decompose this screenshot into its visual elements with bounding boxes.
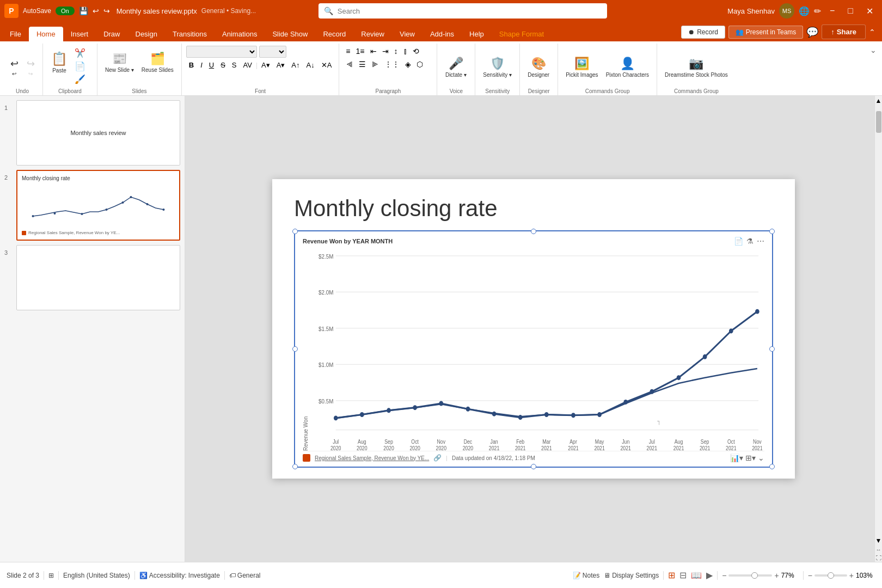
- zoom-bottom-level[interactable]: 103%: [856, 572, 875, 579]
- tab-design[interactable]: Design: [128, 27, 165, 41]
- paste-button[interactable]: 📋 Paste: [47, 46, 71, 78]
- slide-thumb-1[interactable]: Monthly sales review: [16, 100, 180, 166]
- search-input[interactable]: [338, 7, 602, 15]
- zoom-track[interactable]: [728, 574, 772, 577]
- general-status[interactable]: 🏷 General: [229, 572, 261, 579]
- text-direction-button[interactable]: ⟲: [411, 46, 421, 57]
- new-slide-button[interactable]: 📰 New Slide ▾: [102, 46, 137, 78]
- zoom-level[interactable]: 77%: [781, 572, 799, 579]
- tab-animations[interactable]: Animations: [215, 27, 265, 41]
- hide-outline-button[interactable]: ⊞: [48, 572, 54, 579]
- redo-button[interactable]: ↪ ↪: [23, 56, 38, 79]
- present-in-teams-button[interactable]: 👥 Present in Teams: [728, 26, 804, 39]
- chart-table-view-button[interactable]: ⊞▾: [745, 454, 756, 462]
- handle-tr[interactable]: [769, 229, 775, 234]
- chart-more-button[interactable]: ⋯: [757, 237, 764, 246]
- notes-button[interactable]: 📝 Notes: [573, 572, 599, 579]
- scroll-thumb[interactable]: [876, 111, 881, 133]
- handle-mr[interactable]: [769, 346, 775, 352]
- numbering-button[interactable]: 1≡: [354, 46, 367, 57]
- tab-review[interactable]: Review: [353, 27, 392, 41]
- ribbon-expand-button[interactable]: ⌄: [867, 44, 880, 57]
- handle-tc[interactable]: [531, 229, 536, 234]
- language-status[interactable]: English (United States): [63, 572, 130, 579]
- zoom-out-button[interactable]: −: [722, 571, 726, 580]
- search-box[interactable]: 🔍: [318, 3, 607, 19]
- tab-addins[interactable]: Add-ins: [422, 27, 462, 41]
- slide-thumb-3[interactable]: [16, 245, 180, 310]
- clear-format-button[interactable]: ✕A: [318, 60, 335, 70]
- fit-width-button[interactable]: ↔: [875, 546, 883, 554]
- columns-button[interactable]: ⫿: [401, 46, 409, 57]
- bold-button[interactable]: B: [186, 60, 197, 70]
- font-size-select[interactable]: [259, 46, 286, 58]
- zoom-bottom-track[interactable]: [814, 574, 847, 577]
- slide-item-1[interactable]: 1 Monthly sales review: [4, 100, 180, 166]
- data-link-icon[interactable]: 🔗: [433, 454, 442, 462]
- cut-button[interactable]: ✂️: [72, 47, 88, 59]
- tab-help[interactable]: Help: [462, 27, 492, 41]
- undo-button[interactable]: ↩ ↩: [7, 56, 22, 79]
- tab-shapeformat[interactable]: Shape Format: [492, 27, 552, 41]
- align-right-button[interactable]: ⫸: [369, 59, 381, 70]
- slideshow-button[interactable]: ▶: [706, 570, 713, 580]
- tab-record[interactable]: Record: [315, 27, 353, 41]
- chart-expand-button[interactable]: ⌄: [758, 454, 764, 462]
- indent-less-button[interactable]: ⇤: [368, 46, 379, 57]
- normal-view-button[interactable]: ⊞: [668, 570, 675, 580]
- ribbon-collapse-button[interactable]: ⌃: [869, 28, 875, 36]
- highlight-button[interactable]: A▾: [274, 60, 288, 70]
- tab-transitions[interactable]: Transitions: [165, 27, 215, 41]
- chart-copy-button[interactable]: 📄: [734, 237, 743, 246]
- font-family-select[interactable]: [186, 46, 257, 58]
- slide-item-2[interactable]: 2 Monthly closing rate: [4, 170, 180, 241]
- redo-title-icon[interactable]: ↪: [103, 7, 110, 15]
- help-icon[interactable]: 🌐: [799, 6, 810, 16]
- slide-thumb-2[interactable]: Monthly closing rate: [16, 170, 180, 241]
- display-settings-button[interactable]: 🖥 Display Settings: [604, 572, 659, 579]
- fit-page-button[interactable]: ⛶: [875, 554, 883, 562]
- settings-icon[interactable]: ✏: [814, 6, 821, 16]
- chart-filter-button[interactable]: ⚗: [746, 237, 754, 246]
- decrease-font-button[interactable]: A↓: [304, 60, 317, 70]
- tab-home[interactable]: Home: [29, 27, 63, 41]
- format-painter-button[interactable]: 🖌️: [72, 73, 88, 85]
- zoom-in-button[interactable]: +: [774, 571, 779, 580]
- dictate-button[interactable]: 🎤 Dictate ▾: [442, 46, 470, 88]
- avatar[interactable]: MS: [779, 3, 794, 19]
- strikethrough-button[interactable]: S: [218, 60, 228, 70]
- handle-br[interactable]: [769, 464, 775, 469]
- bullets-button[interactable]: ≡: [344, 46, 352, 57]
- undo-title-icon[interactable]: ↩: [93, 7, 99, 15]
- font-color-button[interactable]: A▾: [259, 60, 273, 70]
- handle-bc[interactable]: [531, 464, 536, 469]
- underline-button[interactable]: U: [206, 60, 217, 70]
- handle-ml[interactable]: [292, 346, 298, 352]
- handle-tl[interactable]: [292, 229, 298, 234]
- sensitivity-button[interactable]: 🛡️ Sensitivity ▾: [480, 46, 515, 88]
- tab-draw[interactable]: Draw: [96, 27, 127, 41]
- char-spacing-button[interactable]: AV: [240, 60, 254, 70]
- reading-view-button[interactable]: 📖: [691, 570, 702, 580]
- scroll-down-button[interactable]: ▼: [874, 536, 882, 546]
- shadow-button[interactable]: S: [229, 60, 240, 70]
- convert-shape-button[interactable]: ⬡: [414, 59, 425, 70]
- slide-item-3[interactable]: 3: [4, 245, 180, 310]
- chart-container[interactable]: Revenue Won by YEAR MONTH 📄 ⚗ ⋯ Revenue …: [294, 230, 773, 468]
- increase-font-button[interactable]: A↑: [289, 60, 302, 70]
- italic-button[interactable]: I: [198, 60, 205, 70]
- chart-bar-view-button[interactable]: 📊▾: [730, 454, 743, 462]
- maximize-button[interactable]: □: [843, 5, 857, 17]
- save-icon[interactable]: 💾: [79, 7, 88, 15]
- autosave-toggle[interactable]: On: [56, 7, 75, 15]
- tab-insert[interactable]: Insert: [63, 27, 96, 41]
- record-button[interactable]: ⏺ Record: [681, 26, 725, 39]
- smart-art-button[interactable]: ◈: [403, 59, 413, 70]
- indent-more-button[interactable]: ⇥: [380, 46, 391, 57]
- tab-slideshow[interactable]: Slide Show: [265, 27, 315, 41]
- zoom-bottom-in[interactable]: +: [849, 571, 854, 580]
- slide-title[interactable]: Monthly closing rate: [294, 195, 773, 222]
- justify-button[interactable]: ⋮⋮: [382, 59, 402, 70]
- share-button[interactable]: ↑ Share: [822, 24, 866, 39]
- pickit-images-button[interactable]: 🖼️ Pickit Images: [562, 46, 601, 88]
